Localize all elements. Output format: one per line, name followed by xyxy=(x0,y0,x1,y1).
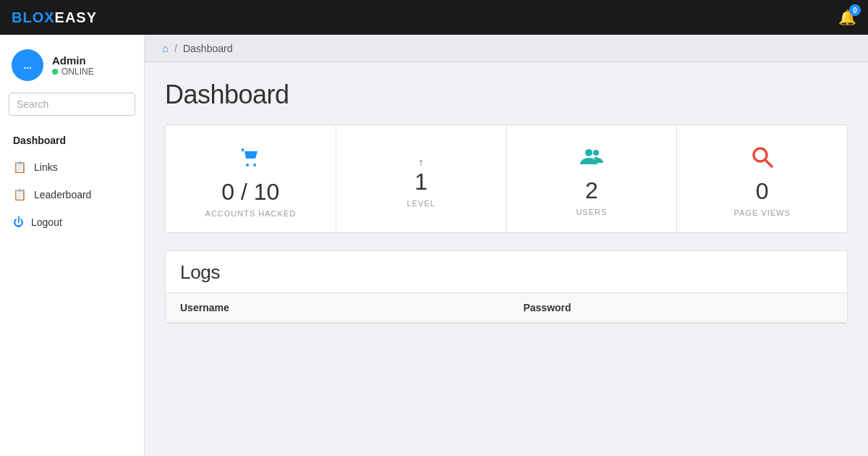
main-layout: ... Admin ONLINE Dashboard 📋 Links xyxy=(0,35,868,456)
main-content: ⌂ / Dashboard Dashboard 0 / 1 xyxy=(145,35,868,456)
svg-point-1 xyxy=(253,164,256,166)
page-views-label: PAGE VIEWS xyxy=(733,208,790,217)
logout-icon: ⏻ xyxy=(13,216,24,228)
notifications-bell[interactable]: 🔔 0 xyxy=(838,9,856,26)
sidebar-item-leaderboard[interactable]: 📋 Leaderboard xyxy=(0,181,144,208)
accounts-hacked-value: 0 / 10 xyxy=(221,180,279,205)
links-icon: 📋 xyxy=(13,161,27,174)
sidebar-username: Admin xyxy=(52,54,94,67)
col-password: Password xyxy=(509,293,847,323)
breadcrumb-current: Dashboard xyxy=(183,43,233,54)
logs-title: Logs xyxy=(166,251,847,292)
breadcrumb-separator: / xyxy=(174,43,177,54)
page-content: Dashboard 0 / 10 ACCOUNTS HACKED xyxy=(145,62,868,341)
notification-badge: 0 xyxy=(849,4,861,16)
stat-users: 2 USERS xyxy=(507,125,678,232)
topnav: BLOXEASY 🔔 0 xyxy=(0,0,868,35)
avatar-initials: ... xyxy=(23,59,32,71)
stat-page-views: 0 PAGE VIEWS xyxy=(677,125,847,232)
svg-point-2 xyxy=(585,149,592,156)
search-input[interactable] xyxy=(9,93,135,116)
home-icon[interactable]: ⌂ xyxy=(162,42,169,54)
sidebar-search-wrap xyxy=(0,93,144,124)
page-views-value: 0 xyxy=(756,179,769,204)
svg-line-5 xyxy=(765,160,772,166)
sidebar: ... Admin ONLINE Dashboard 📋 Links xyxy=(0,35,145,456)
users-label: USERS xyxy=(576,208,607,216)
logo-easy: EASY xyxy=(55,9,97,25)
status-dot xyxy=(52,69,58,75)
sidebar-item-dashboard[interactable]: Dashboard xyxy=(0,127,144,153)
logs-table: Username Password xyxy=(166,292,847,323)
sidebar-user: ... Admin ONLINE xyxy=(0,35,144,93)
page-title: Dashboard xyxy=(165,80,848,110)
breadcrumb: ⌂ / Dashboard xyxy=(145,35,868,62)
logo-blox: BLOX xyxy=(12,9,55,25)
stats-row: 0 / 10 ACCOUNTS HACKED ↑ 1 LEVEL xyxy=(165,124,848,233)
logs-section: Logs Username Password xyxy=(165,250,848,324)
col-username: Username xyxy=(166,293,509,323)
users-value: 2 xyxy=(585,178,598,203)
user-info: Admin ONLINE xyxy=(52,54,94,77)
sidebar-nav: Dashboard 📋 Links 📋 Leaderboard ⏻ Logout xyxy=(0,124,144,238)
cart-icon xyxy=(239,145,262,174)
svg-point-0 xyxy=(246,164,249,166)
users-icon xyxy=(580,147,603,172)
avatar: ... xyxy=(12,49,43,81)
level-label: LEVEL xyxy=(407,199,435,208)
leaderboard-label: Leaderboard xyxy=(34,189,91,200)
sidebar-status: ONLINE xyxy=(52,67,94,77)
level-value: 1 xyxy=(414,169,427,195)
sidebar-item-links[interactable]: 📋 Links xyxy=(0,153,144,181)
status-label: ONLINE xyxy=(61,67,94,77)
links-label: Links xyxy=(34,161,58,173)
leaderboard-icon: 📋 xyxy=(13,188,27,201)
arrow-up-icon: ↑ xyxy=(419,156,424,168)
sidebar-item-logout[interactable]: ⏻ Logout xyxy=(0,208,144,235)
logout-label: Logout xyxy=(31,216,62,228)
stat-accounts-hacked: 0 / 10 ACCOUNTS HACKED xyxy=(166,125,336,232)
search-icon xyxy=(752,146,773,173)
dashboard-label: Dashboard xyxy=(13,135,66,146)
level-inner: ↑ 1 xyxy=(414,156,427,199)
stat-level: ↑ 1 LEVEL xyxy=(336,125,507,232)
accounts-hacked-label: ACCOUNTS HACKED xyxy=(205,209,297,218)
logo: BLOXEASY xyxy=(12,9,97,26)
svg-point-3 xyxy=(593,150,599,156)
